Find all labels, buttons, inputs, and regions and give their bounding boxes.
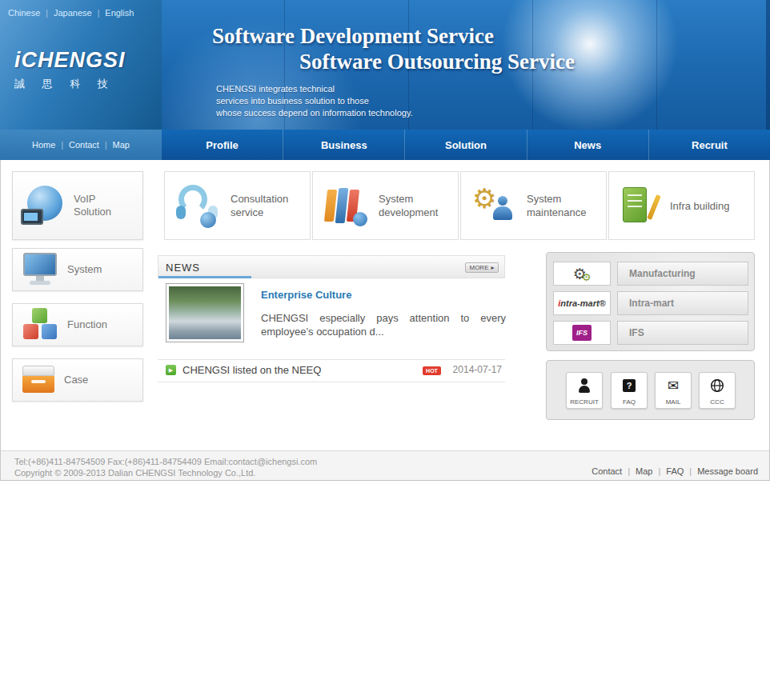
hot-badge: HOT xyxy=(423,366,441,375)
cubes-icon xyxy=(21,308,59,342)
news-item-date: 2014-07-17 xyxy=(453,364,502,375)
nav-news[interactable]: News xyxy=(527,130,649,160)
main-nav: Profile Business Solution News Recruit xyxy=(162,130,770,160)
subnav-map-link[interactable]: Map xyxy=(113,140,130,150)
nav-recruit[interactable]: Recruit xyxy=(649,130,770,160)
news-section-title: NEWS xyxy=(166,262,200,274)
separator xyxy=(92,8,106,18)
sidebar-item-function[interactable]: Function xyxy=(12,303,143,346)
service-label: Infra building xyxy=(670,199,745,213)
footer-map-link[interactable]: Map xyxy=(636,466,652,476)
news-feature-title-link[interactable]: Enterprise Culture xyxy=(261,289,351,301)
partner-ifs: IFS IFS xyxy=(553,321,749,345)
faq-button[interactable]: ? FAQ xyxy=(611,372,648,409)
sidebar-item-label: VoIP Solution xyxy=(74,193,128,218)
service-infra-building[interactable]: Infra building xyxy=(608,171,755,240)
quick-label: MAIL xyxy=(656,398,691,406)
quick-label: CCC xyxy=(700,398,735,406)
footer-message-board-link[interactable]: Message board xyxy=(697,466,758,476)
nav-business[interactable]: Business xyxy=(283,130,405,160)
logo[interactable]: iCHENGSI 誠 思 科 技 xyxy=(14,48,126,91)
news-header: NEWS MORE▸ xyxy=(158,255,505,278)
green-arrow-bullet-icon: ▶ xyxy=(166,365,176,375)
service-system-maintenance[interactable]: ⚙ System maintenance xyxy=(460,171,607,240)
banner-subtitle: CHENGSI integrates technical services in… xyxy=(216,83,413,119)
question-mark-icon: ? xyxy=(612,376,647,395)
page: ChineseJapaneseEnglish iCHENGSI 誠 思 科 技 … xyxy=(0,0,770,700)
news-feature-excerpt: CHENGSI especially pays attention to eve… xyxy=(261,311,506,338)
separator xyxy=(40,8,54,18)
globe-icon xyxy=(700,376,735,395)
footer-contact-line: Tel:(+86)411-84754509 Fax:(+86)411-84754… xyxy=(14,457,317,466)
lang-english-link[interactable]: English xyxy=(105,8,134,18)
footer: Tel:(+86)411-84754509 Fax:(+86)411-84754… xyxy=(1,450,769,481)
banner-subtitle-line3: whose success depend on information tech… xyxy=(216,107,413,119)
footer-links: ContactMapFAQMessage board xyxy=(592,466,758,476)
separator xyxy=(684,466,697,476)
group-photo-image xyxy=(169,286,241,339)
more-arrow-icon: ▸ xyxy=(491,264,494,271)
separator xyxy=(622,466,636,476)
separator xyxy=(652,466,666,476)
recruit-button[interactable]: RECRUIT xyxy=(566,372,603,409)
subnav-contact-link[interactable]: Contact xyxy=(69,140,99,150)
mail-button[interactable]: ✉ MAIL xyxy=(655,372,692,409)
quick-links-panel: RECRUIT ? FAQ ✉ MAIL CCC xyxy=(546,360,755,420)
nav-profile[interactable]: Profile xyxy=(162,130,283,160)
news-more-button[interactable]: MORE▸ xyxy=(465,262,499,273)
person-icon xyxy=(567,376,602,395)
books-icon xyxy=(323,183,369,228)
banner-title-2: Software Outsourcing Service xyxy=(299,50,575,74)
envelope-icon: ✉ xyxy=(656,376,691,395)
gear-person-icon: ⚙ xyxy=(471,183,517,228)
quick-label: RECRUIT xyxy=(567,398,602,406)
ccc-button[interactable]: CCC xyxy=(699,372,736,409)
partners-panel: ⚙⚙ Manufacturing intra-mart® Intra-mart … xyxy=(546,252,755,351)
partner-intra-mart-button[interactable]: Intra-mart xyxy=(617,291,748,315)
partner-ifs-button[interactable]: IFS xyxy=(617,321,748,345)
ifs-logo: IFS xyxy=(553,321,611,345)
service-system-development[interactable]: System development xyxy=(312,171,459,240)
service-consultation[interactable]: Consultation service xyxy=(164,171,311,240)
headset-icon xyxy=(174,183,221,228)
footer-contact-link[interactable]: Contact xyxy=(592,466,622,476)
footer-faq-link[interactable]: FAQ xyxy=(666,466,684,476)
divider xyxy=(158,359,505,360)
voip-globe-monitor-icon xyxy=(21,183,66,228)
separator xyxy=(99,140,113,150)
sidebar-item-case[interactable]: Case xyxy=(12,358,143,402)
news-item-title: CHENGSI listed on the NEEQ xyxy=(182,364,321,376)
sidebar-item-voip-solution[interactable]: VoIP Solution xyxy=(12,171,143,240)
sidebar-item-label: System xyxy=(67,263,122,276)
sub-nav: HomeContactMap xyxy=(0,130,162,160)
banner-divider xyxy=(656,0,657,130)
news-list-item[interactable]: ▶ CHENGSI listed on the NEEQ HOT 2014-07… xyxy=(158,361,505,381)
more-label: MORE xyxy=(469,264,488,271)
subnav-home-link[interactable]: Home xyxy=(32,140,55,150)
news-thumbnail[interactable] xyxy=(166,283,244,342)
footer-copyright: Copyright © 2009-2013 Dalian CHENGSI Tec… xyxy=(14,468,255,478)
separator xyxy=(55,140,69,150)
intra-mart-logo: intra-mart® xyxy=(553,291,611,315)
service-label: System maintenance xyxy=(527,192,602,219)
logo-text: iCHENGSI xyxy=(14,48,126,73)
clipboard-pencil-icon xyxy=(619,183,660,228)
quick-label: FAQ xyxy=(612,398,647,406)
sidebar-item-system[interactable]: System xyxy=(12,248,143,291)
lang-chinese-link[interactable]: Chinese xyxy=(8,8,40,18)
lang-japanese-link[interactable]: Japanese xyxy=(54,8,92,18)
monitor-icon xyxy=(21,252,59,287)
banner-title-1: Software Development Service xyxy=(212,24,494,49)
case-box-icon xyxy=(21,365,56,395)
banner-edge xyxy=(766,0,770,130)
nav-solution[interactable]: Solution xyxy=(405,130,527,160)
manufacturing-gears-icon: ⚙⚙ xyxy=(553,262,611,286)
partner-manufacturing: ⚙⚙ Manufacturing xyxy=(553,262,749,286)
divider xyxy=(158,382,505,382)
sidebar-item-label: Function xyxy=(67,318,122,331)
sidebar-item-label: Case xyxy=(64,374,118,386)
partner-manufacturing-button[interactable]: Manufacturing xyxy=(617,262,748,286)
banner-subtitle-line1: CHENGSI integrates technical xyxy=(216,83,413,95)
banner-subtitle-line2: services into business solution to those xyxy=(216,95,413,107)
logo-chinese-text: 誠 思 科 技 xyxy=(14,77,126,91)
